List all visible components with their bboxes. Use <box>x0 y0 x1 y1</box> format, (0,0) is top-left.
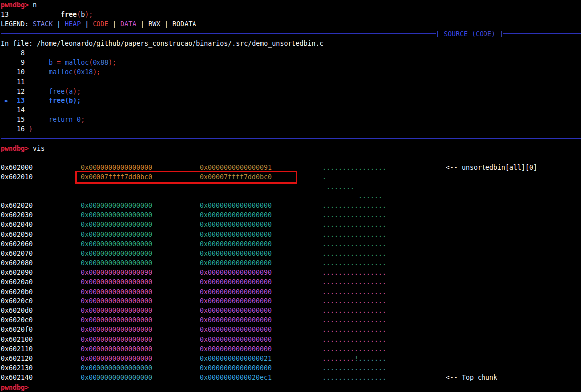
heap-ascii: ................ <box>322 373 446 382</box>
heap-value: 0x00007ffff7dd0bc0 <box>200 172 322 182</box>
heap-value: 0x0000000000000000 <box>200 220 322 229</box>
source-line-9: 9 b = malloc(0x88); <box>1 58 581 67</box>
heap-annotation: <-- unsortedbin[all][0] <box>446 164 537 171</box>
ascii-dots: . <box>322 173 326 181</box>
ascii-dots: ................ <box>322 259 386 267</box>
heap-value: 0x0000000000000090 <box>81 268 200 277</box>
heap-ascii: ................ <box>322 239 446 249</box>
heap-value: 0x0000000000000000 <box>81 315 200 325</box>
line-number: 13 <box>1 11 61 18</box>
heap-value: 0x0000000000000000 <box>200 230 322 239</box>
text-segment: 0x88 <box>93 59 108 66</box>
prompt-line-n: pwndbg> n <box>1 0 581 10</box>
heap-value: 0x0000000000000000 <box>200 249 322 258</box>
source-line-16: 16 } <box>1 124 581 134</box>
heap-ascii: ................ <box>322 249 446 258</box>
text-segment: ( <box>89 59 93 66</box>
prompt: pwndbg> <box>1 384 33 391</box>
heap-address: 0x602080 <box>1 258 81 268</box>
heap-value: 0x0000000000000000 <box>81 296 200 306</box>
heap-row-0x6020c0: 0x6020c00x00000000000000000x000000000000… <box>1 296 581 306</box>
legend-heap: HEAP <box>65 20 81 28</box>
text-segment <box>61 59 65 66</box>
heap-address: 0x6020b0 <box>1 287 81 296</box>
heap-address: 0x602110 <box>1 344 81 354</box>
legend-rwx: RWX <box>148 20 160 28</box>
text-segment: b <box>81 11 85 18</box>
prompt-line-end: pwndbg> <box>1 383 581 392</box>
text-segment: malloc <box>65 59 89 66</box>
terminal-window[interactable]: pwndbg> n13 free(b);LEGEND: STACK | HEAP… <box>0 0 581 392</box>
heap-value: 0x0000000000000000 <box>81 354 200 363</box>
ascii-dots: ................ <box>322 202 386 209</box>
text-segment: 12 <box>1 88 49 95</box>
ascii-dots: ................ <box>322 307 386 314</box>
heap-address: 0x602100 <box>1 335 81 344</box>
legend-label: LEGEND: <box>1 20 33 28</box>
heap-value: 0x0000000000000000 <box>81 258 200 268</box>
heap-value: 0x0000000000000000 <box>200 296 322 306</box>
current-line-marker: ► <box>5 97 9 104</box>
heap-address: 0x602050 <box>1 230 81 239</box>
rule-right-segment <box>503 33 581 34</box>
heap-value: 0x0000000000000000 <box>81 230 200 239</box>
ascii-dots: ................ <box>322 297 386 305</box>
heap-address: 0x6020d0 <box>1 306 81 315</box>
heap-value: 0x0000000000000000 <box>200 210 322 220</box>
heap-ascii: ................ <box>322 163 446 172</box>
heap-value: 0x0000000000000000 <box>200 306 322 315</box>
heap-address: 0x6020f0 <box>1 325 81 334</box>
heap-row-0x6020a0: 0x6020a00x00000000000000000x000000000000… <box>1 277 581 287</box>
heap-value: 0x0000000000000000 <box>200 258 322 268</box>
source-line-8: 8 <box>1 48 581 58</box>
legend-code: CODE <box>93 20 108 28</box>
source-header-label: [ SOURCE (CODE) ] <box>436 29 503 39</box>
text-segment: return 0 <box>49 116 81 123</box>
heap-row-0x602130: 0x6021300x00000000000000000x000000000000… <box>1 363 581 373</box>
heap-address: 0x6020e0 <box>1 315 81 325</box>
text-segment: 0x18 <box>77 68 93 76</box>
heap-row-0x602020: 0x6020200x00000000000000000x000000000000… <box>1 201 581 210</box>
heap-ascii: ................ <box>322 210 446 220</box>
heap-ascii: ................ <box>322 325 446 334</box>
heap-value: 0x0000000000000000 <box>200 363 322 373</box>
text-segment: 15 <box>1 116 49 123</box>
legend-data: DATA <box>120 20 136 28</box>
ascii-dots: ................ <box>322 278 386 286</box>
heap-ascii: ................ <box>322 268 446 277</box>
heap-address: 0x6020a0 <box>1 277 81 287</box>
ascii-dots: ................ <box>322 364 386 372</box>
ascii-dots: ................ <box>322 231 386 238</box>
source-line-10: 10 malloc(0x18); <box>1 67 581 77</box>
text-segment: ); <box>93 68 100 76</box>
heap-value: 0x0000000000000000 <box>81 201 200 210</box>
heap-value: 0x0000000000000000 <box>81 325 200 334</box>
heap-value: 0x0000000000020ec1 <box>200 373 322 382</box>
ascii-dots: ................ <box>322 316 386 324</box>
heap-ascii: ................ <box>322 220 446 229</box>
blank-line <box>1 153 581 163</box>
heap-value: 0x0000000000000000 <box>81 163 200 172</box>
heap-value: 0x0000000000000000 <box>200 335 322 344</box>
heap-value: 0x0000000000000000 <box>200 325 322 334</box>
text-segment: ; <box>81 116 85 123</box>
ascii-dots: ................ <box>322 250 386 257</box>
heap-value: 0x0000000000000000 <box>200 315 322 325</box>
prompt: pwndbg> <box>1 1 33 9</box>
heap-address: 0x602060 <box>1 239 81 249</box>
heap-value: 0x0000000000000000 <box>200 277 322 287</box>
text-segment: 9 <box>1 59 49 66</box>
heap-ascii: ................ <box>322 201 446 210</box>
source-section-header: [ SOURCE (CODE) ] <box>1 29 581 39</box>
heap-row-0x602000: 0x6020000x00000000000000000x000000000000… <box>1 163 581 172</box>
heap-ascii: ................ <box>322 296 446 306</box>
ascii-dots: ................ <box>322 164 386 171</box>
heap-value: 0x0000000000000000 <box>200 201 322 210</box>
ascii-dots: ................ <box>322 211 386 219</box>
source-line-14: 14 <box>1 105 581 115</box>
source-line-13-current: ► 13 free(b); <box>1 96 581 105</box>
file-path: In file: /home/leonardo/github/papers_co… <box>1 40 323 47</box>
heap-row-0x602070: 0x6020700x00000000000000000x000000000000… <box>1 249 581 258</box>
heap-value: 0x0000000000000000 <box>81 220 200 229</box>
text-segment: 11 <box>1 78 25 86</box>
